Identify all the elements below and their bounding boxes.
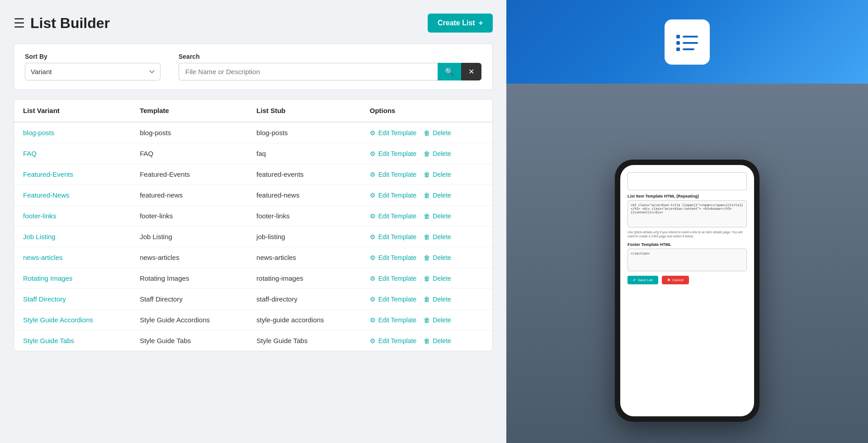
variant-link[interactable]: Style Guide Accordions — [23, 316, 93, 324]
delete-button[interactable]: 🗑 Delete — [424, 337, 451, 344]
table-body: blog-posts blog-posts blog-posts ⚙ Edit … — [14, 122, 492, 351]
edit-template-label: Edit Template — [378, 296, 417, 303]
variant-link[interactable]: blog-posts — [23, 129, 54, 137]
options-cell: ⚙ Edit Template 🗑 Delete — [370, 129, 483, 137]
options-cell: ⚙ Edit Template 🗑 Delete — [370, 275, 483, 282]
svg-rect-2 — [676, 41, 680, 45]
edit-template-button[interactable]: ⚙ Edit Template — [370, 150, 417, 157]
edit-template-button[interactable]: ⚙ Edit Template — [370, 171, 417, 178]
delete-button[interactable]: 🗑 Delete — [424, 171, 451, 178]
gear-icon: ⚙ — [370, 254, 376, 261]
edit-template-label: Edit Template — [378, 275, 417, 282]
phone-save-button[interactable]: ✔ Save List — [627, 276, 658, 284]
cell-stub: news-articles — [247, 247, 360, 268]
edit-template-label: Edit Template — [378, 233, 417, 240]
cell-template: Job Listing — [131, 226, 247, 247]
delete-label: Delete — [433, 275, 451, 282]
table-header-row: List Variant Template List Stub Options — [14, 99, 492, 122]
trash-icon: 🗑 — [424, 316, 430, 324]
phone-screen: List Item Template HTML (Repeating) <h2 … — [620, 165, 754, 416]
search-button[interactable]: 🔍 — [438, 63, 461, 80]
sort-by-group: Sort By VariantTemplateList Stub — [25, 53, 160, 80]
cell-variant: FAQ — [14, 143, 131, 164]
phone-mockup-background: List Item Template HTML (Repeating) <h2 … — [506, 84, 868, 443]
edit-template-button[interactable]: ⚙ Edit Template — [370, 296, 417, 303]
edit-template-button[interactable]: ⚙ Edit Template — [370, 212, 417, 220]
search-input-wrap: 🔍 ✕ — [179, 63, 481, 80]
options-cell: ⚙ Edit Template 🗑 Delete — [370, 192, 483, 199]
trash-icon: 🗑 — [424, 296, 430, 303]
table-row: Featured-Events Featured-Events featured… — [14, 164, 492, 185]
page-title-wrap: ☰ List Builder — [14, 15, 110, 32]
variant-link[interactable]: Featured-Events — [23, 170, 73, 178]
delete-label: Delete — [433, 254, 451, 261]
list-icon-card — [665, 19, 710, 65]
edit-template-button[interactable]: ⚙ Edit Template — [370, 129, 417, 137]
delete-button[interactable]: 🗑 Delete — [424, 212, 451, 220]
delete-button[interactable]: 🗑 Delete — [424, 150, 451, 157]
clear-search-button[interactable]: ✕ — [461, 63, 481, 80]
cell-template: footer-links — [131, 206, 247, 226]
svg-rect-1 — [683, 36, 698, 38]
variant-link[interactable]: Featured-News — [23, 191, 70, 199]
edit-template-label: Edit Template — [378, 150, 417, 157]
cell-stub: featured-news — [247, 185, 360, 206]
delete-button[interactable]: 🗑 Delete — [424, 275, 451, 282]
cell-stub: faq — [247, 143, 360, 164]
table-row: FAQ FAQ faq ⚙ Edit Template 🗑 Delete — [14, 143, 492, 164]
table-row: news-articles news-articles news-article… — [14, 247, 492, 268]
cell-options: ⚙ Edit Template 🗑 Delete — [361, 226, 492, 247]
edit-template-label: Edit Template — [378, 171, 417, 178]
gear-icon: ⚙ — [370, 129, 376, 137]
gear-icon: ⚙ — [370, 233, 376, 240]
search-label: Search — [179, 53, 481, 60]
phone-cancel-button[interactable]: ✖ Cancel — [662, 276, 689, 284]
trash-icon: 🗑 — [424, 212, 430, 220]
variant-link[interactable]: Staff Directory — [23, 295, 66, 303]
edit-template-label: Edit Template — [378, 337, 417, 344]
edit-template-button[interactable]: ⚙ Edit Template — [370, 275, 417, 282]
edit-template-button[interactable]: ⚙ Edit Template — [370, 254, 417, 261]
save-label: Save List — [638, 278, 653, 282]
cell-options: ⚙ Edit Template 🗑 Delete — [361, 247, 492, 268]
cell-options: ⚙ Edit Template 🗑 Delete — [361, 164, 492, 185]
edit-template-label: Edit Template — [378, 254, 417, 261]
edit-template-button[interactable]: ⚙ Edit Template — [370, 192, 417, 199]
phone-screen-content: List Item Template HTML (Repeating) <h2 … — [627, 172, 747, 285]
page-title: List Builder — [30, 15, 110, 32]
variant-link[interactable]: news-articles — [23, 254, 63, 261]
table-row: Featured-News featured-news featured-new… — [14, 185, 492, 206]
cell-variant: Style Guide Accordions — [14, 310, 131, 330]
col-options: Options — [361, 99, 492, 122]
variant-link[interactable]: Job Listing — [23, 233, 56, 240]
delete-button[interactable]: 🗑 Delete — [424, 296, 451, 303]
edit-template-button[interactable]: ⚙ Edit Template — [370, 337, 417, 344]
create-list-button[interactable]: Create List + — [428, 14, 493, 33]
filter-bar: Sort By VariantTemplateList Stub Search … — [14, 43, 493, 90]
cell-stub: featured-events — [247, 164, 360, 185]
variant-link[interactable]: Rotating Images — [23, 274, 72, 282]
edit-template-button[interactable]: ⚙ Edit Template — [370, 316, 417, 324]
delete-label: Delete — [433, 337, 451, 344]
variant-link[interactable]: footer-links — [23, 212, 56, 220]
edit-template-label: Edit Template — [378, 316, 417, 324]
delete-button[interactable]: 🗑 Delete — [424, 254, 451, 261]
search-input[interactable] — [179, 63, 438, 80]
gear-icon: ⚙ — [370, 275, 376, 282]
trash-icon: 🗑 — [424, 337, 430, 344]
variant-link[interactable]: FAQ — [23, 150, 37, 157]
sort-by-select[interactable]: VariantTemplateList Stub — [25, 63, 160, 80]
cell-variant: Job Listing — [14, 226, 131, 247]
cell-variant: news-articles — [14, 247, 131, 268]
cell-template: Featured-Events — [131, 164, 247, 185]
trash-icon: 🗑 — [424, 275, 430, 282]
delete-button[interactable]: 🗑 Delete — [424, 192, 451, 199]
gear-icon: ⚙ — [370, 316, 376, 324]
variant-link[interactable]: Style Guide Tabs — [23, 337, 74, 344]
trash-icon: 🗑 — [424, 150, 430, 157]
delete-button[interactable]: 🗑 Delete — [424, 233, 451, 240]
delete-label: Delete — [433, 296, 451, 303]
delete-button[interactable]: 🗑 Delete — [424, 129, 451, 137]
delete-button[interactable]: 🗑 Delete — [424, 316, 451, 324]
edit-template-button[interactable]: ⚙ Edit Template — [370, 233, 417, 240]
